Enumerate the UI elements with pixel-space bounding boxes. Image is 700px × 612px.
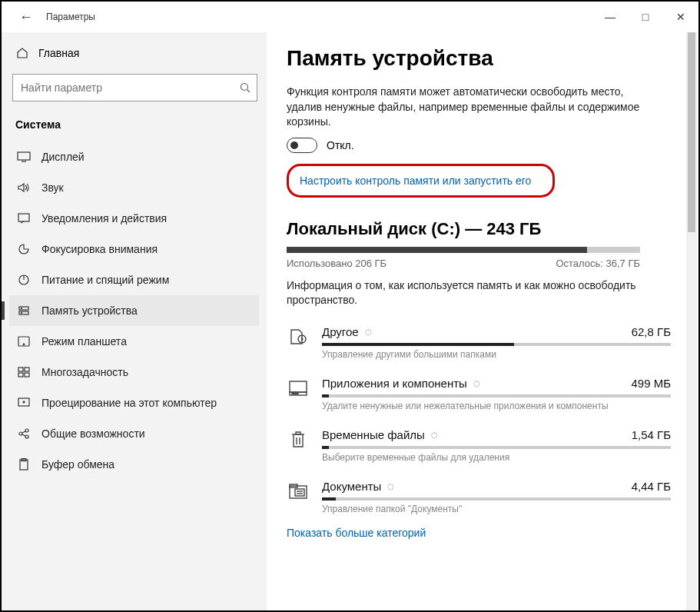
svg-rect-35 [295, 489, 304, 496]
page-title: Память устройства [287, 46, 675, 71]
sidebar-item-clipboard[interactable]: Буфер обмена [9, 449, 259, 480]
sidebar-item-label: Фокусировка внимания [41, 243, 158, 255]
search-box[interactable] [12, 74, 257, 101]
search-icon [240, 82, 250, 93]
storage-sense-toggle[interactable] [287, 138, 317, 153]
sound-icon [17, 181, 31, 195]
svg-rect-14 [25, 368, 29, 371]
loading-spinner-icon: ◌ [473, 379, 480, 387]
category-apps[interactable]: Приложения и компоненты ◌ 499 МБ Удалите… [287, 368, 671, 419]
home-label: Главная [38, 47, 79, 59]
svg-rect-29 [294, 393, 296, 394]
svg-rect-13 [18, 368, 23, 371]
sidebar-item-shared[interactable]: Общие возможности [9, 418, 259, 449]
disk-title: Локальный диск (C:) — 243 ГБ [287, 219, 675, 239]
apps-icon [287, 377, 310, 400]
back-button[interactable]: ← [9, 2, 43, 32]
toggle-state-label: Откл. [327, 139, 354, 151]
sidebar-item-label: Звук [41, 181, 64, 194]
sidebar-item-multitasking[interactable]: Многозадачность [9, 357, 259, 387]
sidebar-item-storage[interactable]: Память устройства [9, 295, 259, 326]
minimize-button[interactable]: — [592, 2, 628, 32]
clipboard-icon [17, 457, 31, 471]
svg-point-12 [23, 344, 25, 345]
configure-storage-sense-link[interactable]: Настроить контроль памяти или запустить … [300, 175, 531, 187]
category-documents[interactable]: Документы ◌ 4,44 ГБ Управление папкой "Д… [287, 471, 671, 522]
sidebar-item-display[interactable]: Дисплей [9, 141, 259, 172]
svg-point-18 [19, 432, 22, 435]
sidebar: Главная Система Дисплей Звук Уведомлени [2, 32, 267, 610]
category-hint: Управление другими большими папками [322, 349, 671, 360]
focus-icon [17, 242, 31, 256]
disk-usage-bar [287, 247, 640, 253]
highlight-annotation: Настроить контроль памяти или запустить … [287, 164, 555, 198]
svg-rect-4 [18, 214, 29, 221]
category-hint: Выберите временные файлы для удаления [322, 452, 671, 463]
category-hint: Удалите ненужные или нежелательные прило… [322, 401, 671, 411]
svg-point-0 [241, 84, 248, 91]
sidebar-item-focus[interactable]: Фокусировка внимания [9, 234, 259, 264]
other-icon [287, 325, 310, 348]
svg-rect-8 [19, 311, 28, 314]
svg-rect-15 [18, 373, 23, 377]
maximize-button[interactable]: □ [628, 2, 663, 32]
shared-icon [17, 427, 31, 441]
category-size: 4,44 ГБ [632, 480, 671, 493]
window-title: Параметры [43, 12, 95, 22]
scrollbar[interactable] [686, 32, 697, 610]
sidebar-item-label: Питание и спящий режим [41, 274, 169, 286]
sidebar-item-label: Многозадачность [41, 366, 128, 378]
home-icon [15, 46, 29, 60]
svg-rect-26 [290, 381, 307, 392]
sidebar-item-label: Общие возможности [41, 427, 145, 440]
category-bar [322, 394, 671, 397]
sidebar-item-notifications[interactable]: Уведомления и действия [9, 203, 259, 234]
loading-spinner-icon: ◌ [387, 482, 394, 491]
category-name: Временные файлы [322, 428, 425, 441]
storage-icon [17, 304, 31, 318]
scrollbar-thumb[interactable] [688, 32, 695, 232]
category-temp[interactable]: Временные файлы ◌ 1,54 ГБ Выберите време… [287, 419, 671, 471]
disk-used-label: Использовано 206 ГБ [287, 258, 386, 269]
show-more-categories-link[interactable]: Показать больше категорий [287, 522, 675, 539]
svg-rect-2 [18, 152, 30, 160]
trash-icon [287, 428, 310, 451]
sidebar-item-label: Дисплей [41, 151, 85, 163]
svg-line-22 [22, 434, 25, 436]
tablet-icon [17, 334, 31, 348]
multitasking-icon [17, 365, 31, 379]
search-input[interactable] [21, 81, 240, 94]
home-nav[interactable]: Главная [11, 40, 259, 66]
category-bar [322, 446, 671, 449]
category-hint: Управление папкой "Документы" [322, 504, 671, 514]
close-button[interactable]: ✕ [663, 2, 698, 32]
svg-point-10 [22, 313, 22, 314]
category-name: Приложения и компоненты [322, 377, 467, 390]
svg-point-9 [22, 308, 22, 309]
sidebar-item-label: Проецирование на этот компьютер [41, 397, 217, 409]
category-size: 1,54 ГБ [632, 428, 671, 441]
sidebar-item-label: Память устройства [41, 304, 138, 317]
category-size: 62,8 ГБ [632, 325, 671, 338]
sidebar-item-power[interactable]: Питание и спящий режим [9, 264, 259, 295]
svg-line-21 [22, 431, 25, 433]
sidebar-item-projecting[interactable]: Проецирование на этот компьютер [9, 387, 259, 418]
sidebar-item-tablet[interactable]: Режим планшета [9, 326, 259, 357]
sidebar-item-label: Буфер обмена [41, 458, 114, 471]
svg-point-20 [25, 435, 28, 438]
category-other[interactable]: Другое ◌ 62,8 ГБ Управление другими боль… [287, 316, 671, 368]
sidebar-item-label: Режим планшета [41, 335, 127, 348]
storage-sense-desc: Функция контроля памяти может автоматиче… [287, 85, 640, 130]
documents-icon [287, 480, 310, 503]
category-size: 499 МБ [631, 377, 671, 390]
display-icon [17, 150, 31, 164]
loading-spinner-icon: ◌ [431, 431, 438, 439]
category-header: Система [11, 114, 259, 141]
svg-point-19 [25, 429, 28, 432]
projecting-icon [17, 396, 31, 410]
svg-rect-28 [292, 393, 294, 394]
svg-rect-30 [297, 393, 298, 394]
disk-info: Информация о том, как используется памят… [287, 278, 640, 308]
svg-line-1 [247, 90, 250, 93]
sidebar-item-sound[interactable]: Звук [9, 172, 259, 203]
